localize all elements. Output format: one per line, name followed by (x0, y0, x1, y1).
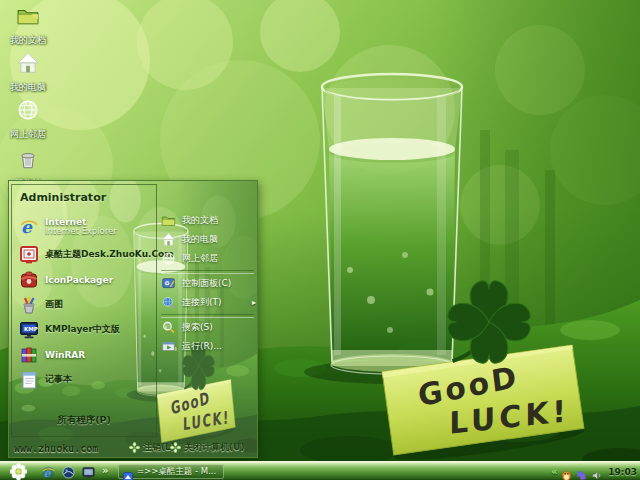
desktop-icon-label: 网上邻居 (10, 128, 46, 141)
menu-item-winrar[interactable]: WinRAR (19, 342, 152, 367)
menu-item-kmplayer[interactable]: KMP KMPlayer中文版 (19, 317, 152, 342)
menu-item-label: 我的文档 (182, 214, 218, 227)
desktop-icon-my-documents[interactable]: 我的文档 (2, 4, 54, 47)
menu-item-sublabel: Internet Explorer (45, 227, 117, 237)
menu-item-notepad[interactable]: 记事本 (19, 367, 152, 392)
start-menu-programs-box: Administrator e Internet Internet Explor… (11, 184, 157, 437)
documents-folder-icon (16, 4, 40, 28)
quick-launch-bar: e » (42, 464, 108, 477)
flower-icon (129, 442, 140, 453)
menu-item-paint[interactable]: 画图 (19, 292, 152, 317)
menu-item-internet-explorer[interactable]: e Internet Internet Explorer (19, 212, 152, 242)
menu-item-label: 搜索(S) (182, 321, 213, 334)
connect-to-icon (161, 295, 176, 310)
menu-item-label: KMPlayer中文版 (45, 323, 120, 336)
menu-item-search[interactable]: 搜索(S) (161, 318, 256, 337)
messenger-icon[interactable] (576, 466, 587, 477)
menu-item-my-computer[interactable]: 我的电脑 (161, 230, 256, 249)
run-icon (161, 339, 176, 354)
taskbar-task-button[interactable]: =>>桌酷主题 - M... (118, 464, 224, 479)
menu-item-my-documents[interactable]: 我的文档 (161, 211, 256, 230)
flower-icon (170, 442, 181, 453)
menu-item-label: 运行(R)... (182, 340, 222, 353)
desktop-icon-label: 我的电脑 (10, 81, 46, 94)
start-flower-icon (10, 463, 27, 480)
menu-item-label: 画图 (45, 298, 63, 311)
paint-icon (19, 295, 39, 315)
taskbar-clock[interactable]: 19:03 (606, 467, 637, 477)
taskbar: e » =>>桌酷主题 - M... « (0, 461, 640, 480)
submenu-arrow-icon: ▸ (252, 298, 256, 307)
menu-item-zhuoku-theme[interactable]: 桌酷主题Desk.ZhuoKu.Com (19, 242, 152, 267)
menu-item-run[interactable]: 运行(R)... (161, 337, 256, 356)
menu-item-iconpackager[interactable]: IconPackager (19, 267, 152, 292)
svg-text:KMP: KMP (24, 326, 38, 332)
quick-launch-more-chevron[interactable]: » (102, 464, 108, 477)
log-off-button[interactable]: 注销(L) (129, 441, 175, 454)
start-button[interactable] (10, 463, 27, 480)
all-programs-button[interactable]: 所有程序(P) (12, 414, 156, 427)
start-menu-username: Administrator (20, 191, 106, 204)
search-icon (161, 320, 176, 335)
water-surface (329, 138, 455, 160)
notepad-icon (19, 370, 39, 390)
qq-icon[interactable] (561, 466, 572, 477)
zhuoku-watermark: www.zhuoku.com (14, 443, 98, 454)
volume-icon[interactable] (591, 466, 602, 477)
documents-folder-icon (161, 213, 176, 228)
control-panel-icon (161, 276, 176, 291)
desktop-icon-network-places[interactable]: 网上邻居 (2, 98, 54, 141)
menu-item-label: 控制面板(C) (182, 277, 231, 290)
iconpackager-icon (19, 270, 39, 290)
start-menu-program-list: e Internet Internet Explorer 桌酷主题Desk.Zh… (19, 212, 152, 392)
menu-item-label: 网上邻居 (182, 252, 218, 265)
menu-item-label: 连接到(T) (182, 296, 222, 309)
menu-item-label: WinRAR (45, 350, 85, 360)
menu-item-network-places[interactable]: 网上邻居 (161, 249, 256, 268)
desktop-icon-my-computer[interactable]: 我的电脑 (2, 51, 54, 94)
start-menu-places-list: 我的文档 我的电脑 网上邻居 控制面板(C) (161, 211, 256, 356)
ie-icon: e (19, 217, 39, 237)
tray-collapse-chevron[interactable]: « (551, 466, 557, 477)
turn-off-label: 关闭计算机(U) (184, 441, 245, 454)
menu-item-label: IconPackager (45, 275, 113, 285)
theme-app-icon (123, 467, 133, 477)
menu-item-connect-to[interactable]: 连接到(T) ▸ (161, 293, 256, 312)
menu-item-label: 我的电脑 (182, 233, 218, 246)
computer-house-icon (161, 232, 176, 247)
start-menu-footer: www.zhuoku.com 注销(L) 关闭计算机(U) (9, 440, 257, 458)
system-tray: « 19:03 (551, 463, 637, 480)
turn-off-computer-button[interactable]: 关闭计算机(U) (170, 441, 245, 454)
kmplayer-icon: KMP (19, 320, 39, 340)
desktop-screen: GooD LUCK! 我的文档 (0, 0, 640, 480)
globe-browser-icon[interactable] (62, 464, 75, 477)
recycle-bin-icon (16, 147, 40, 171)
network-globe-icon (16, 98, 40, 122)
menu-item-control-panel[interactable]: 控制面板(C) (161, 274, 256, 293)
show-desktop-icon[interactable] (82, 464, 95, 477)
menu-item-label: 记事本 (45, 373, 72, 386)
zhuoku-theme-icon (19, 245, 39, 265)
svg-text:e: e (21, 217, 33, 237)
winrar-icon (19, 345, 39, 365)
task-button-label: =>>桌酷主题 - M... (137, 466, 216, 478)
desktop-icon-label: 我的文档 (10, 34, 46, 47)
computer-house-icon (16, 51, 40, 75)
start-menu: GooD LUCK! Administrator e (8, 180, 258, 458)
menu-item-label: 桌酷主题Desk.ZhuoKu.Com (45, 248, 174, 261)
ie-icon[interactable]: e (42, 464, 55, 477)
network-globe-icon (161, 251, 176, 266)
